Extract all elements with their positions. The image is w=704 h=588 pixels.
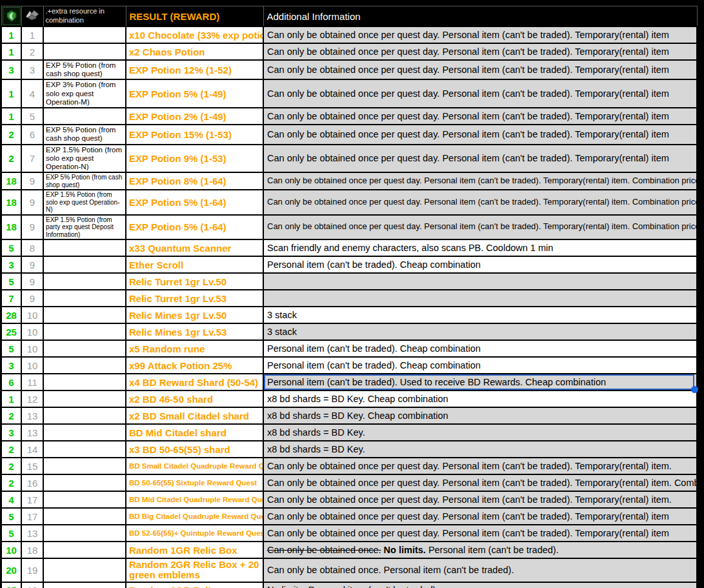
tier-cell[interactable]: 5 xyxy=(21,108,43,125)
additional-info-cell[interactable]: Can only be obtained once per quest day.… xyxy=(263,60,697,79)
result-reward-cell[interactable]: x10 Chocolate (33% exp potion) xyxy=(126,26,263,43)
extra-resource-cell[interactable] xyxy=(43,307,126,323)
tier-cell[interactable]: 6 xyxy=(21,125,43,144)
result-reward-cell[interactable]: EXP Potion 8% (1-64) xyxy=(126,172,263,190)
additional-info-cell[interactable] xyxy=(263,290,697,307)
additional-info-cell[interactable]: Can only be obtained once per quest day.… xyxy=(263,125,697,144)
tier-cell[interactable]: 19 xyxy=(21,558,43,582)
extra-resource-cell[interactable] xyxy=(43,256,126,273)
extra-resource-cell[interactable] xyxy=(43,558,126,582)
tier-cell[interactable]: 2 xyxy=(21,43,43,60)
result-reward-cell[interactable]: BD Mid Citadel Quadruple Reward Quest xyxy=(126,491,263,508)
tier-cell[interactable]: 15 xyxy=(21,458,43,474)
result-reward-cell[interactable]: Relic Turret 1gr Lv.53 xyxy=(126,290,263,307)
result-reward-cell[interactable]: x5 Random rune xyxy=(126,340,263,357)
tier-cell[interactable]: 10 xyxy=(21,357,43,374)
quantity-cell[interactable]: 25 xyxy=(1,582,21,588)
extra-resource-cell[interactable] xyxy=(43,458,126,474)
quantity-cell[interactable]: 7 xyxy=(1,290,21,307)
quantity-cell[interactable]: 1 xyxy=(1,390,21,407)
result-reward-cell[interactable]: x2 BD Small Citadel shard xyxy=(126,407,263,424)
tier-cell[interactable]: 8 xyxy=(21,239,43,256)
additional-info-cell[interactable]: Can only be obtained once per quest day.… xyxy=(263,508,697,525)
extra-resource-cell[interactable]: EXP 1.5% Potion (from party exp quest De… xyxy=(43,215,126,240)
additional-info-cell[interactable]: Scan friendly and enemy characters, also… xyxy=(263,239,697,256)
result-reward-cell[interactable]: BD Small Citadel Quadruple Reward Quest xyxy=(126,458,263,474)
quantity-cell[interactable]: 2 xyxy=(1,474,21,491)
extra-resource-cell[interactable] xyxy=(43,390,126,407)
extra-resource-cell[interactable] xyxy=(43,582,126,588)
quantity-cell[interactable]: 18 xyxy=(1,190,21,215)
additional-info-cell[interactable]: Can only be obtained once per quest day.… xyxy=(263,474,697,491)
quantity-cell[interactable]: 18 xyxy=(1,172,21,190)
additional-info-cell[interactable]: x8 bd shards = BD Key. Cheap combination xyxy=(263,390,697,407)
additional-info-cell[interactable]: Can only be obtained once per quest day.… xyxy=(263,79,697,108)
extra-resource-cell[interactable] xyxy=(43,424,126,441)
tier-cell[interactable]: 7 xyxy=(21,145,43,173)
additional-info-cell[interactable]: Can only be obtained once per quest day.… xyxy=(263,215,697,240)
quantity-cell[interactable]: 3 xyxy=(1,357,21,374)
quantity-cell[interactable]: 1 xyxy=(1,79,21,108)
additional-info-cell[interactable]: 3 stack xyxy=(263,323,697,340)
additional-info-cell[interactable]: x8 bd shards = BD Key. xyxy=(263,424,697,441)
result-reward-cell[interactable]: Relic Mines 1gr Lv.50 xyxy=(126,307,263,323)
quantity-cell[interactable]: 2 xyxy=(1,441,21,458)
extra-resource-cell[interactable]: EXP 1.5% Potion (from solo exp quest Ope… xyxy=(43,145,126,173)
extra-resource-cell[interactable]: EXP 5% Potion (from cash shop quest) xyxy=(43,172,126,190)
result-reward-cell[interactable]: x3 BD 50-65(55) shard xyxy=(126,441,263,458)
tier-cell[interactable]: 14 xyxy=(21,441,43,458)
additional-info-cell[interactable]: Can only be obtained once per quest day.… xyxy=(263,190,697,215)
tier-cell[interactable]: 9 xyxy=(21,290,43,307)
tier-cell[interactable]: 9 xyxy=(21,172,43,190)
quantity-cell[interactable]: 5 xyxy=(1,508,21,525)
extra-resource-cell[interactable] xyxy=(43,474,126,491)
extra-resource-cell[interactable] xyxy=(43,407,126,424)
tier-cell[interactable]: 1 xyxy=(21,26,43,43)
additional-info-cell[interactable]: Can only be obtained once per quest day.… xyxy=(263,491,697,508)
result-reward-cell[interactable]: x33 Quantum Scanner xyxy=(126,239,263,256)
extra-resource-cell[interactable]: EXP 5% Potion (from cash shop quest) xyxy=(43,60,126,79)
result-reward-cell[interactable]: x4 BD Reward Shard (50-54) xyxy=(126,374,263,390)
tier-cell[interactable]: 10 xyxy=(21,323,43,340)
additional-info-cell[interactable]: x8 bd shards = BD Key. Cheap combination xyxy=(263,407,697,424)
tier-cell[interactable]: 9 xyxy=(21,215,43,240)
result-reward-cell[interactable]: EXP Potion 12% (1-52) xyxy=(126,60,263,79)
quantity-cell[interactable]: 25 xyxy=(1,323,21,340)
result-reward-cell[interactable]: Relic Mines 1gr Lv.53 xyxy=(126,323,263,340)
result-reward-cell[interactable]: Random 1GR Relic Box xyxy=(126,542,263,558)
quantity-cell[interactable]: 10 xyxy=(1,542,21,558)
extra-resource-cell[interactable] xyxy=(43,441,126,458)
result-reward-cell[interactable]: EXP Potion 5% (1-64) xyxy=(126,190,263,215)
extra-resource-cell[interactable] xyxy=(43,542,126,558)
additional-info-cell[interactable]: Can only be obtained once per quest day.… xyxy=(263,172,697,190)
additional-info-cell[interactable]: Personal item (can't be traded). Used to… xyxy=(263,374,697,390)
extra-resource-cell[interactable]: EXP 3% Potion (from solo exp quest Opera… xyxy=(43,79,126,108)
additional-info-cell[interactable]: Can only be obtained once per quest day.… xyxy=(263,43,697,60)
tier-cell[interactable]: 9 xyxy=(21,273,43,290)
extra-resource-cell[interactable] xyxy=(43,491,126,508)
tier-cell[interactable]: 10 xyxy=(21,307,43,323)
extra-resource-cell[interactable] xyxy=(43,374,126,390)
quantity-cell[interactable]: 5 xyxy=(1,239,21,256)
tier-cell[interactable]: 18 xyxy=(21,542,43,558)
result-reward-cell[interactable]: BD Mid Citadel shard xyxy=(126,424,263,441)
additional-info-cell[interactable]: Can only be obtained once. Personal item… xyxy=(263,558,697,582)
additional-info-cell[interactable]: Can only be obtained once. No limits. Pe… xyxy=(263,542,697,558)
extra-resource-cell[interactable] xyxy=(43,26,126,43)
result-reward-cell[interactable]: BD 50-65(55) Sixtuple Reward Quest xyxy=(126,474,263,491)
result-reward-cell[interactable]: BD Big Citadel Quadruple Reward Quest xyxy=(126,508,263,525)
result-reward-cell[interactable]: EXP Potion 2% (1-49) xyxy=(126,108,263,125)
result-reward-cell[interactable]: BD 52-65(55)+ Quintuple Reward Quest xyxy=(126,525,263,542)
quantity-cell[interactable]: 4 xyxy=(1,491,21,508)
tier-cell[interactable]: 9 xyxy=(21,190,43,215)
tier-cell[interactable]: 16 xyxy=(21,474,43,491)
additional-info-cell[interactable]: Can only be obtained once per quest day.… xyxy=(263,26,697,43)
extra-resource-cell[interactable] xyxy=(43,508,126,525)
extra-resource-cell[interactable] xyxy=(43,323,126,340)
extra-resource-cell[interactable] xyxy=(43,290,126,307)
additional-info-cell[interactable]: Can only be obtained once per quest day.… xyxy=(263,525,697,542)
tier-cell[interactable]: 13 xyxy=(21,407,43,424)
tier-cell[interactable]: 12 xyxy=(21,390,43,407)
tier-cell[interactable]: 17 xyxy=(21,491,43,508)
tier-cell[interactable]: 19 xyxy=(21,582,43,588)
